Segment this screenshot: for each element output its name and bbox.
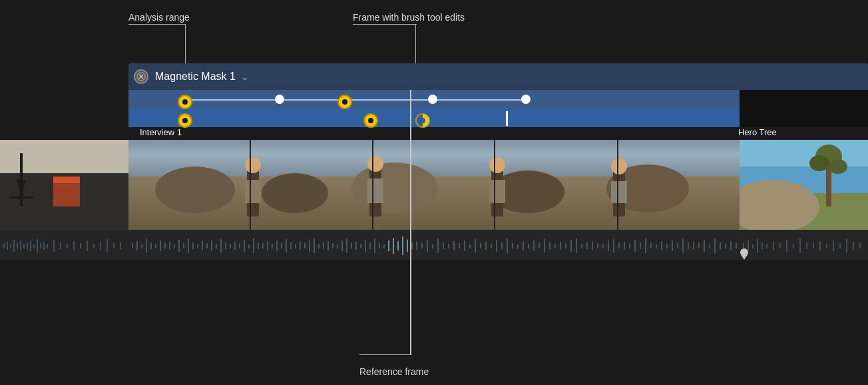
svg-rect-185: [656, 244, 657, 248]
svg-rect-219: [813, 243, 814, 248]
svg-rect-63: [37, 239, 38, 252]
svg-rect-19: [53, 180, 80, 206]
keyframe-yellow-2[interactable]: [337, 95, 352, 109]
svg-rect-56: [13, 240, 15, 252]
waveform-main-svg: [128, 230, 740, 260]
svg-rect-166: [554, 244, 556, 248]
svg-rect-190: [682, 239, 684, 252]
svg-rect-187: [666, 244, 668, 248]
svg-point-38: [611, 159, 627, 175]
svg-rect-157: [507, 238, 508, 253]
svg-rect-80: [136, 241, 138, 250]
svg-rect-226: [859, 243, 861, 248]
svg-rect-76: [113, 243, 114, 248]
svg-rect-75: [107, 239, 108, 252]
svg-rect-162: [533, 240, 535, 251]
svg-rect-201: [388, 240, 389, 251]
svg-rect-151: [475, 239, 476, 252]
svg-rect-171: [581, 244, 582, 248]
keyframe-bottom-yellow-1[interactable]: [178, 113, 192, 128]
svg-rect-147: [453, 241, 455, 250]
svg-rect-193: [698, 243, 700, 248]
track-connect-line: [185, 99, 526, 101]
keyframe-white-3[interactable]: [521, 95, 531, 104]
svg-rect-195: [709, 244, 710, 248]
keyframe-white-2[interactable]: [428, 95, 437, 104]
svg-rect-110: [276, 240, 278, 251]
svg-rect-170: [576, 238, 577, 253]
svg-rect-85: [160, 240, 161, 251]
svg-rect-191: [688, 242, 689, 249]
svg-rect-156: [501, 242, 503, 249]
svg-rect-81: [141, 244, 142, 248]
svg-rect-72: [87, 240, 88, 251]
annotation-reference-frame: Reference frame: [359, 366, 429, 377]
svg-rect-164: [544, 239, 545, 252]
svg-rect-118: [314, 238, 315, 253]
svg-rect-57: [17, 243, 18, 248]
keyframe-yellow-1[interactable]: [178, 95, 192, 109]
svg-rect-45: [740, 140, 868, 167]
svg-rect-214: [779, 243, 781, 248]
svg-rect-168: [565, 243, 566, 248]
svg-rect-129: [365, 240, 366, 252]
svg-rect-213: [773, 241, 774, 250]
keyframe-bottom-yellow-3[interactable]: [415, 113, 430, 128]
svg-rect-152: [480, 243, 481, 248]
track-row-bottom: [128, 109, 740, 127]
svg-rect-212: [766, 244, 767, 248]
svg-rect-87: [169, 242, 170, 250]
svg-rect-83: [150, 242, 152, 249]
svg-rect-210: [757, 239, 758, 252]
mask-close-button[interactable]: [134, 69, 148, 84]
svg-rect-94: [202, 241, 203, 250]
svg-rect-203: [397, 242, 399, 250]
annotation-analysis-range: Analysis range: [128, 12, 190, 23]
svg-rect-101: [234, 242, 236, 250]
svg-rect-225: [853, 242, 854, 250]
waveform-right-svg: [740, 230, 868, 260]
svg-rect-92: [192, 242, 194, 249]
svg-rect-177: [613, 239, 614, 252]
svg-rect-202: [393, 238, 394, 254]
keyframe-bottom-yellow-2[interactable]: [363, 113, 378, 128]
svg-rect-144: [437, 238, 439, 253]
svg-rect-194: [704, 240, 705, 252]
track-white-bar: [506, 111, 508, 126]
svg-rect-196: [714, 238, 716, 253]
svg-rect-161: [528, 244, 529, 248]
svg-rect-90: [183, 243, 184, 248]
svg-rect-104: [248, 244, 250, 248]
mask-dropdown-icon[interactable]: ⌄: [241, 71, 249, 82]
svg-rect-178: [618, 243, 620, 248]
svg-rect-175: [602, 244, 604, 248]
svg-rect-96: [211, 240, 212, 251]
svg-rect-71: [80, 243, 81, 248]
clip-label-interview: Interview 1: [140, 127, 182, 137]
mask-title: Magnetic Mask 1: [155, 71, 236, 83]
svg-rect-61: [30, 240, 31, 251]
svg-rect-167: [560, 242, 561, 250]
svg-point-6: [342, 99, 347, 105]
svg-rect-103: [244, 240, 245, 252]
svg-point-23: [155, 167, 235, 213]
waveform-left-svg: [0, 230, 128, 260]
svg-point-50: [809, 155, 829, 171]
svg-rect-62: [33, 244, 35, 248]
svg-rect-222: [833, 240, 834, 251]
svg-rect-109: [272, 244, 273, 248]
svg-point-24: [262, 173, 328, 213]
svg-rect-33: [367, 179, 383, 203]
hero-tree-thumb: [740, 140, 868, 230]
svg-rect-99: [225, 242, 226, 249]
interview-clip-thumbs: [128, 140, 740, 230]
svg-rect-53: [3, 243, 5, 248]
svg-rect-77: [120, 242, 121, 249]
svg-rect-108: [267, 241, 268, 250]
reference-frame-line: [410, 90, 411, 355]
keyframe-white-1[interactable]: [275, 95, 284, 104]
svg-rect-174: [597, 243, 598, 248]
svg-rect-198: [725, 244, 726, 248]
annotation-frame-brush: Frame with brush tool edits: [353, 12, 465, 23]
svg-rect-153: [485, 242, 487, 250]
